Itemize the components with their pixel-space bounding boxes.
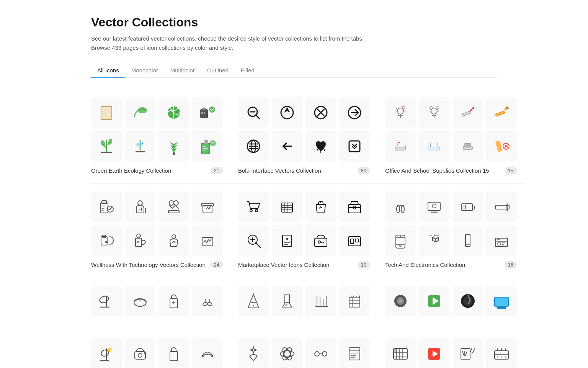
icon-cell[interactable] — [339, 286, 370, 316]
icon-cell[interactable] — [192, 339, 223, 368]
icon-cell[interactable] — [272, 97, 302, 128]
page-wrapper: Vector Collections See our latest featur… — [30, 0, 558, 368]
collection-bold-interface: Bold Interface Vectors Collection 80 — [230, 90, 377, 184]
icon-cell[interactable]: 🌿 — [91, 97, 122, 128]
icon-cell[interactable] — [452, 225, 483, 256]
icon-cell[interactable] — [419, 225, 449, 256]
icon-cell[interactable] — [238, 286, 269, 316]
svg-rect-164 — [349, 297, 360, 307]
icon-cell[interactable] — [385, 339, 416, 368]
icon-cell[interactable] — [125, 97, 155, 128]
svg-point-121 — [432, 204, 436, 208]
icons-grid-lab — [238, 286, 370, 316]
icon-cell[interactable] — [385, 225, 416, 256]
icons-grid-office — [385, 97, 517, 162]
icon-cell[interactable] — [91, 131, 122, 162]
icon-cell[interactable] — [452, 191, 483, 222]
svg-point-92 — [172, 235, 176, 239]
icon-cell[interactable] — [272, 286, 302, 316]
icon-cell[interactable] — [486, 191, 517, 222]
icon-cell[interactable] — [339, 339, 370, 368]
icon-cell[interactable] — [238, 131, 269, 162]
icon-cell[interactable] — [125, 339, 155, 368]
icon-cell[interactable] — [272, 191, 302, 222]
tab-filled[interactable]: Filled — [235, 63, 261, 78]
icon-cell[interactable] — [486, 339, 517, 368]
icon-cell[interactable] — [452, 97, 483, 128]
icon-cell[interactable] — [158, 97, 189, 128]
icon-cell[interactable] — [305, 225, 336, 256]
icon-cell[interactable] — [452, 286, 483, 316]
icon-cell[interactable] — [125, 286, 155, 316]
icon-cell[interactable] — [305, 286, 336, 316]
collection-name: Marketplace Vector Icons Collection — [238, 262, 358, 268]
icon-cell[interactable] — [272, 339, 302, 368]
icon-cell[interactable] — [419, 286, 449, 316]
icon-cell[interactable] — [192, 131, 223, 162]
icon-cell[interactable] — [339, 225, 370, 256]
icon-cell[interactable] — [192, 286, 223, 316]
svg-rect-206 — [394, 348, 397, 352]
svg-line-50 — [430, 106, 433, 107]
icon-cell[interactable] — [419, 191, 449, 222]
icon-cell[interactable] — [192, 191, 223, 222]
svg-point-131 — [400, 245, 401, 247]
icon-cell[interactable] — [339, 97, 370, 128]
svg-point-132 — [400, 236, 401, 237]
collection-science — [230, 331, 377, 368]
icon-cell[interactable] — [419, 339, 449, 368]
collection-footer: Wellness With Technology Vectors Collect… — [91, 261, 223, 268]
icon-cell[interactable] — [486, 225, 517, 256]
svg-rect-73 — [100, 203, 108, 213]
icon-cell[interactable] — [486, 131, 517, 162]
icon-cell[interactable] — [339, 191, 370, 222]
icon-cell[interactable] — [125, 225, 155, 256]
tab-multicolor[interactable]: Multicolor — [164, 63, 201, 78]
tab-monocolor[interactable]: Monocolor — [125, 63, 164, 78]
tab-outlined[interactable]: Outlined — [201, 63, 235, 78]
icon-cell[interactable] — [125, 191, 155, 222]
tab-all-icons[interactable]: All Icons — [91, 63, 125, 78]
icon-cell[interactable] — [192, 225, 223, 256]
icon-cell[interactable] — [125, 131, 155, 162]
icon-cell[interactable] — [385, 97, 416, 128]
icon-cell[interactable] — [91, 225, 122, 256]
svg-line-107 — [256, 243, 260, 247]
svg-line-187 — [111, 348, 112, 348]
icon-cell[interactable] — [158, 339, 189, 368]
svg-rect-122 — [462, 204, 472, 211]
icon-cell[interactable] — [272, 131, 302, 162]
icon-cell[interactable] — [91, 339, 122, 368]
icon-cell[interactable] — [272, 225, 302, 256]
icon-cell[interactable] — [305, 339, 336, 368]
icon-cell[interactable] — [385, 131, 416, 162]
icons-grid-bold — [238, 97, 370, 162]
icon-cell[interactable] — [419, 131, 449, 162]
svg-rect-138 — [498, 243, 501, 245]
svg-rect-5 — [202, 108, 206, 110]
icon-cell[interactable] — [238, 97, 269, 128]
icon-cell[interactable] — [486, 286, 517, 316]
icon-cell[interactable] — [452, 339, 483, 368]
icon-cell[interactable] — [238, 339, 269, 368]
icon-cell[interactable] — [305, 131, 336, 162]
icon-cell[interactable] — [339, 131, 370, 162]
icon-cell[interactable] — [91, 191, 122, 222]
icon-cell[interactable] — [305, 97, 336, 128]
icon-cell[interactable] — [385, 286, 416, 316]
icon-cell[interactable] — [305, 191, 336, 222]
icon-cell[interactable] — [158, 225, 189, 256]
icon-cell[interactable] — [238, 225, 269, 256]
svg-line-58 — [397, 142, 398, 147]
icon-cell[interactable] — [158, 286, 189, 316]
icon-cell[interactable] — [419, 97, 449, 128]
icon-cell[interactable] — [91, 286, 122, 316]
icon-cell[interactable] — [192, 97, 223, 128]
icon-cell[interactable] — [486, 97, 517, 128]
svg-rect-127 — [507, 204, 508, 211]
icon-cell[interactable] — [452, 131, 483, 162]
icon-cell[interactable] — [238, 191, 269, 222]
icon-cell[interactable] — [158, 191, 189, 222]
icon-cell[interactable] — [158, 131, 189, 162]
icon-cell[interactable] — [385, 191, 416, 222]
